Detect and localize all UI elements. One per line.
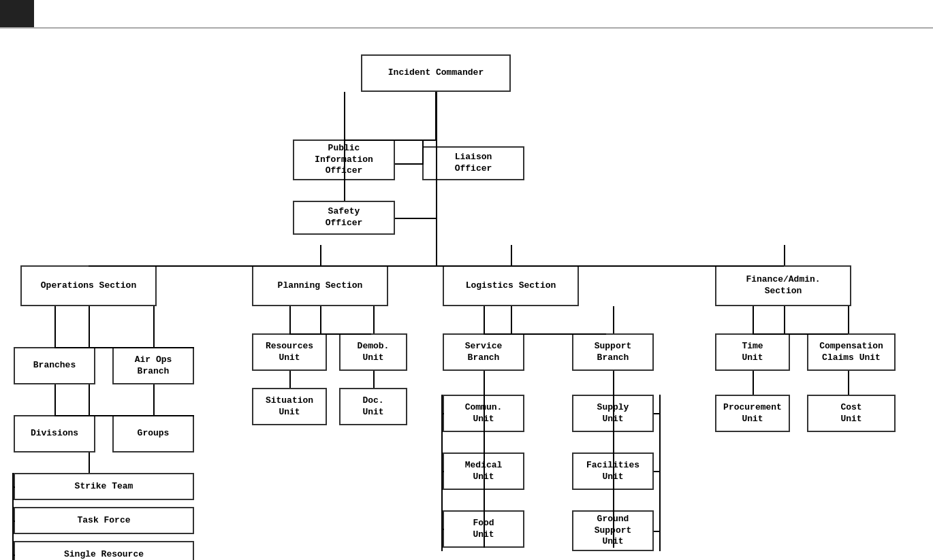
- line-plan-v: [320, 245, 321, 265]
- line-log-down: [511, 306, 512, 333]
- line-pio-safety: [344, 139, 345, 201]
- line-svc-ch-v: [484, 371, 485, 548]
- line-sit-v: [289, 371, 291, 388]
- line-fin-down: [784, 306, 785, 333]
- doc-unit-box: Doc. Unit: [339, 388, 407, 425]
- strike-team-box: Strike Team: [14, 473, 194, 500]
- line-branches-h: [54, 347, 194, 348]
- procurement-box: Procurement Unit: [715, 395, 790, 432]
- line-plan-down: [320, 306, 321, 333]
- line-grp-down: [153, 384, 155, 415]
- line-lio-top: [422, 139, 424, 148]
- safety-box: Safety Officer: [293, 201, 395, 235]
- resources-unit-box: Resources Unit: [252, 333, 327, 371]
- line-safety-h: [395, 218, 436, 219]
- line-sup-ch-v: [613, 371, 614, 548]
- line-ic-pio-v: [344, 92, 345, 139]
- finance-section-box: Finance/Admin. Section: [715, 265, 851, 306]
- line-commun-l: [441, 413, 444, 414]
- compensation-box: Compensation Claims Unit: [807, 333, 896, 371]
- divisions-box: Divisions: [14, 415, 95, 452]
- line-section-h: [89, 265, 784, 267]
- single-resource-box: Single Resource: [14, 541, 194, 560]
- line-ops-div-v: [89, 384, 90, 415]
- groups-box: Groups: [112, 415, 194, 452]
- line-strike-stub: [12, 487, 15, 488]
- line-main-v: [436, 92, 437, 265]
- line-sup-bracket: [659, 395, 661, 551]
- line-ao-down: [153, 306, 155, 347]
- line-fin-h: [753, 333, 848, 335]
- line-ground-stub: [654, 531, 659, 532]
- line-med-l: [441, 471, 444, 472]
- cost-unit-box: Cost Unit: [807, 395, 896, 432]
- line-ops-strike-v: [89, 452, 90, 473]
- line-div-down: [54, 384, 56, 415]
- org-chart: Incident Commander Public Information Of…: [0, 34, 933, 560]
- line-br-down: [54, 306, 56, 347]
- top-line: [0, 27, 933, 29]
- logistics-section-box: Logistics Section: [443, 265, 579, 306]
- line-fin-v: [784, 245, 785, 265]
- line-time-down: [753, 306, 754, 333]
- line-supply-stub: [654, 413, 659, 414]
- task-force-box: Task Force: [14, 507, 194, 534]
- line-facilities-stub: [654, 471, 659, 472]
- situation-unit-box: Situation Unit: [252, 388, 327, 425]
- branches-box: Branches: [14, 347, 95, 384]
- operations-section-box: Operations Section: [20, 265, 157, 306]
- line-div-h: [54, 415, 194, 416]
- line-plan-ch-h: [289, 333, 371, 335]
- top-bar: [0, 0, 34, 27]
- line-pio-liaison: [395, 163, 424, 165]
- service-branch-box: Service Branch: [443, 333, 524, 371]
- line-task-stub: [12, 521, 15, 522]
- support-branch-box: Support Branch: [572, 333, 654, 371]
- line-sup-down: [613, 306, 614, 333]
- planning-section-box: Planning Section: [252, 265, 388, 306]
- line-comp-down: [848, 306, 849, 333]
- incident-commander-box: Incident Commander: [361, 54, 511, 92]
- line-svc-down: [484, 306, 485, 333]
- time-unit-box: Time Unit: [715, 333, 790, 371]
- line-ops-branches-v: [89, 306, 90, 347]
- liaison-box: Liaison Officer: [422, 146, 524, 180]
- line-food-l: [441, 529, 444, 530]
- line-log-h: [484, 333, 606, 335]
- line-log-v: [511, 245, 512, 265]
- line-single-stub: [12, 555, 15, 556]
- air-ops-box: Air Ops Branch: [112, 347, 194, 384]
- line-res-down: [289, 306, 291, 333]
- line-dem-down: [373, 306, 375, 333]
- line-cost-v: [848, 371, 849, 395]
- line-doc-v: [373, 371, 375, 388]
- demob-unit-box: Demob. Unit: [339, 333, 407, 371]
- line-proc-v: [753, 371, 754, 395]
- line-svc-bracket: [441, 395, 443, 551]
